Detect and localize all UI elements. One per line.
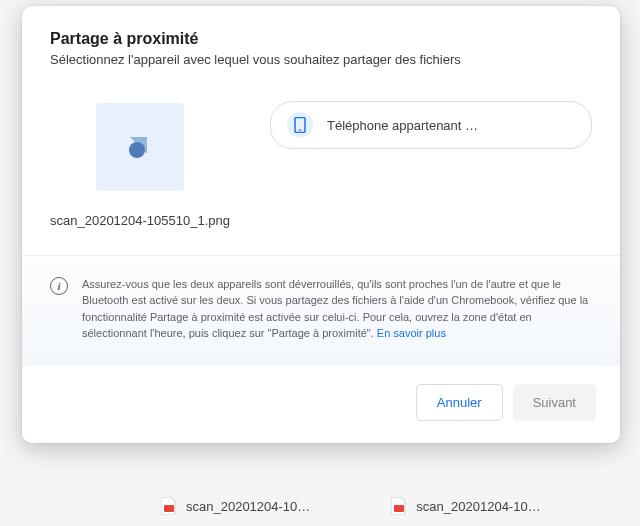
cancel-button[interactable]: Annuler — [416, 384, 503, 421]
phone-icon — [287, 112, 313, 138]
learn-more-link[interactable]: En savoir plus — [377, 327, 446, 339]
pdf-file-icon — [160, 496, 178, 516]
background-file-row: scan_20201204-10… scan_20201204-10… — [0, 486, 640, 526]
pdf-file-icon — [390, 496, 408, 516]
svg-rect-4 — [299, 130, 302, 131]
info-section: i Assurez-vous que les deux appareils so… — [22, 255, 620, 366]
next-button[interactable]: Suivant — [513, 384, 596, 421]
nearby-share-icon — [123, 130, 157, 164]
background-file-item[interactable]: scan_20201204-10… — [390, 496, 540, 516]
dialog-subtitle: Sélectionnez l'appareil avec lequel vous… — [50, 52, 592, 67]
file-thumbnail — [96, 103, 184, 191]
svg-point-2 — [129, 142, 145, 158]
background-file-label: scan_20201204-10… — [186, 499, 310, 514]
info-text: Assurez-vous que les deux appareils sont… — [82, 276, 592, 342]
info-icon: i — [50, 277, 68, 295]
dialog-body: scan_20201204-105510_1.png Téléphone app… — [22, 85, 620, 255]
dialog-footer: Annuler Suivant — [22, 366, 620, 443]
device-list: Téléphone appartenant … — [270, 101, 592, 231]
file-preview: scan_20201204-105510_1.png — [50, 101, 230, 231]
file-name: scan_20201204-105510_1.png — [50, 211, 230, 231]
background-file-label: scan_20201204-10… — [416, 499, 540, 514]
svg-rect-0 — [164, 505, 174, 512]
nearby-share-dialog: Partage à proximité Sélectionnez l'appar… — [22, 6, 620, 443]
svg-rect-1 — [394, 505, 404, 512]
device-label: Téléphone appartenant … — [327, 118, 478, 133]
device-item[interactable]: Téléphone appartenant … — [270, 101, 592, 149]
dialog-header: Partage à proximité Sélectionnez l'appar… — [22, 6, 620, 85]
dialog-title: Partage à proximité — [50, 30, 592, 48]
background-file-item[interactable]: scan_20201204-10… — [160, 496, 310, 516]
info-message: Assurez-vous que les deux appareils sont… — [82, 278, 588, 340]
